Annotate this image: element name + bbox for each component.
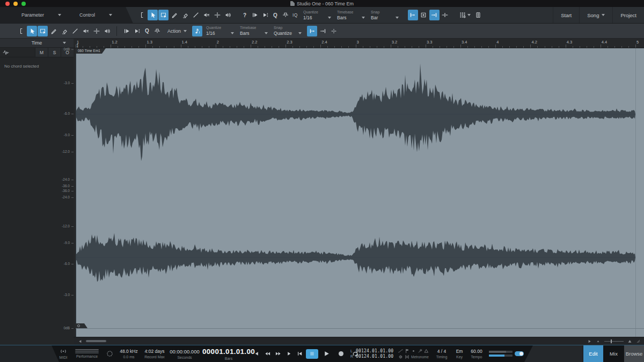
editor-timebase-select[interactable]: TimebaseBars	[240, 26, 268, 36]
waveform-canvas[interactable]: 4 4 060 Time Em1	[76, 48, 644, 337]
performance-monitor-button[interactable]	[473, 10, 484, 20]
scrollbar-thumb[interactable]	[86, 340, 106, 342]
zoom-slider[interactable]	[604, 341, 624, 342]
project-page-button[interactable]: Project	[612, 7, 644, 23]
edit-cursor-toggle[interactable]	[440, 10, 450, 20]
timeline-ruler[interactable]: 11.21.31.422.22.32.433.23.33.444.24.34.4…	[74, 39, 644, 48]
next-marker-button[interactable]	[284, 349, 294, 359]
timing-display[interactable]: 4 / 4 Timing	[433, 345, 451, 362]
editor-mute-tool-button[interactable]	[80, 26, 91, 36]
output-channel-button[interactable]: O	[61, 48, 74, 57]
cpu-gauge[interactable]	[103, 345, 116, 362]
tool-group-bracket-icon[interactable]	[137, 10, 147, 20]
editor-quantize-select[interactable]: Quantize1/16	[206, 26, 234, 36]
timesig-marker[interactable]: 4 4	[76, 44, 79, 48]
arrow-tool-button[interactable]	[148, 10, 158, 20]
monitor-toggle[interactable]	[513, 345, 525, 362]
editor-tool-group-bracket-icon[interactable]	[16, 26, 26, 36]
fast-forward-button[interactable]	[274, 349, 283, 359]
editor-follow-toggle[interactable]	[318, 26, 328, 36]
mute-channel-button[interactable]: M	[35, 48, 48, 57]
loop-end-value[interactable]: 00124.01.01.00	[356, 354, 393, 359]
zoom-in-icon[interactable]	[627, 339, 632, 344]
loop-start-value[interactable]: 00124.01.01.00	[356, 349, 393, 353]
tempo-display[interactable]: 60.00 Tempo	[467, 345, 486, 362]
mix-view-button[interactable]: Mix	[603, 345, 624, 362]
samplerate-display[interactable]: 48.0 kHz 0.0 ms	[117, 345, 141, 362]
parameter-dropdown[interactable]: Parameter	[21, 12, 61, 18]
play-from-start-button[interactable]	[250, 10, 260, 20]
quantize-panel-button[interactable]	[192, 26, 202, 36]
browse-view-button[interactable]: Browse	[624, 345, 644, 362]
track-mode-dropdown[interactable]: Time	[0, 39, 74, 48]
editor-bend-tool-button[interactable]	[91, 26, 101, 36]
precount-settings-icon[interactable]	[398, 352, 403, 361]
ruler-label: 3.4	[462, 40, 467, 45]
editor-autoscroll-toggle[interactable]	[307, 26, 317, 36]
editor-snap-select[interactable]: SnapQuantize	[274, 26, 302, 36]
editor-vertical-expand-toggle[interactable]	[328, 26, 339, 36]
range-tool-button[interactable]	[158, 10, 169, 20]
zoom-preset-icon[interactable]	[636, 339, 641, 344]
rewind-button[interactable]	[263, 349, 272, 359]
editor-listen-tool-button[interactable]	[102, 26, 112, 36]
editor-play-from-start-button[interactable]	[121, 26, 131, 36]
quantize-select[interactable]: Quantize1/16	[303, 10, 331, 20]
loop-locators[interactable]: L 00124.01.01.00 R 00124.01.01.00	[350, 345, 393, 362]
bars-display[interactable]: 00001.01.01.00 Bars	[203, 345, 254, 362]
ruler-minor-tick	[230, 46, 230, 48]
action-dropdown[interactable]: Action	[167, 28, 187, 34]
key-display[interactable]: Em Key	[453, 345, 466, 362]
ruler-label: 4.2	[531, 40, 537, 45]
song-page-button[interactable]: Song	[579, 7, 612, 23]
start-page-button[interactable]: Start	[553, 7, 579, 23]
previous-marker-button[interactable]	[252, 349, 261, 359]
record-max-display[interactable]: 4:02 days Record Max	[141, 345, 169, 362]
snap-select[interactable]: SnapBar	[371, 10, 399, 20]
page-scroll-toggle[interactable]	[419, 10, 429, 20]
grid-options-button[interactable]	[458, 10, 473, 20]
editor-range-tool-button[interactable]	[38, 26, 48, 36]
bend-tool-button[interactable]	[212, 10, 222, 20]
editor-eraser-tool-button[interactable]	[59, 26, 69, 36]
record-button[interactable]	[334, 349, 347, 359]
quantize-action-button[interactable]: Q	[271, 10, 280, 20]
bend-marker-button[interactable]	[280, 10, 290, 20]
minimize-window-button[interactable]	[13, 2, 18, 6]
help-button[interactable]: ?	[240, 10, 249, 20]
paint-tool-button[interactable]	[169, 10, 179, 20]
solo-channel-button[interactable]: S	[48, 48, 61, 57]
scroll-right-icon[interactable]	[587, 339, 592, 344]
performance-meter[interactable]: Performance	[73, 345, 101, 362]
editor-arrow-tool-button[interactable]	[27, 26, 37, 36]
listen-tool-button[interactable]	[223, 10, 233, 20]
zoom-out-icon[interactable]	[596, 339, 601, 344]
timebase-select[interactable]: TimebaseBars	[337, 10, 365, 20]
editor-line-tool-button[interactable]	[70, 26, 80, 36]
marker-range-icon[interactable]	[405, 352, 409, 361]
control-dropdown[interactable]: Control	[79, 12, 112, 18]
chevron-down-icon	[298, 32, 302, 34]
editor-quantize-action-button[interactable]: Q	[143, 26, 151, 36]
editor-paint-tool-button[interactable]	[48, 26, 58, 36]
editor-bend-marker-button[interactable]	[152, 26, 162, 36]
midi-indicator[interactable]: MIDI	[56, 345, 71, 362]
editor-play-preview-button[interactable]	[132, 26, 142, 36]
clip-name-tab[interactable]: 060 Time Em1	[76, 48, 106, 54]
edit-view-button[interactable]: Edit	[583, 345, 603, 362]
eraser-tool-button[interactable]	[180, 10, 190, 20]
return-to-start-button[interactable]	[295, 349, 304, 359]
line-tool-button[interactable]	[191, 10, 201, 20]
scroll-left-icon[interactable]	[78, 339, 83, 344]
view-switcher: EditMixBrowse	[583, 345, 644, 362]
stop-button[interactable]	[306, 349, 318, 359]
autoscroll-toggle[interactable]	[408, 10, 418, 20]
play-button[interactable]	[320, 349, 333, 359]
follow-cursor-toggle[interactable]	[429, 10, 440, 20]
zoom-window-button[interactable]	[21, 2, 26, 6]
seconds-display[interactable]: 00:00:00.000 Seconds	[167, 345, 202, 362]
play-preview-button[interactable]	[260, 10, 270, 20]
mute-tool-button[interactable]	[201, 10, 211, 20]
close-window-button[interactable]	[5, 2, 10, 6]
zoom-slider-thumb[interactable]	[611, 339, 612, 343]
